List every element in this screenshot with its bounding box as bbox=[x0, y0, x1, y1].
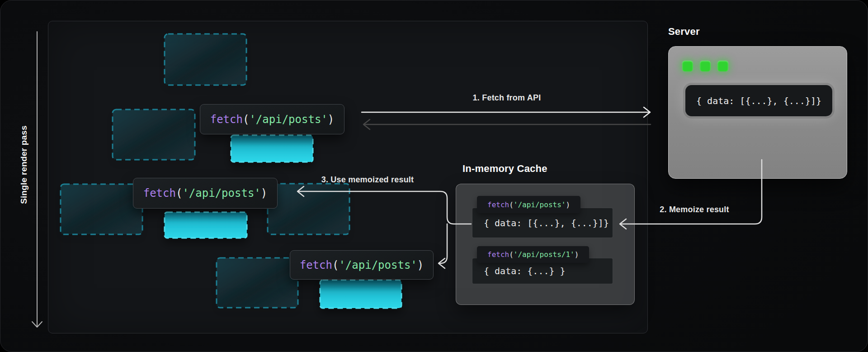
code-function: fetch bbox=[300, 259, 332, 271]
code-paren: ) bbox=[575, 250, 579, 259]
code-paren: ) bbox=[328, 113, 334, 126]
code-function: fetch bbox=[487, 200, 509, 209]
code-paren: ( bbox=[509, 200, 514, 209]
server-card: { data: [{...}, {...}]} bbox=[668, 46, 847, 179]
code-paren: ) bbox=[566, 200, 570, 209]
server-status-leds bbox=[682, 61, 728, 71]
code-paren: ( bbox=[176, 187, 182, 200]
server-response-pill: { data: [{...}, {...}]} bbox=[685, 85, 832, 116]
code-paren: ( bbox=[509, 250, 514, 259]
server-led-icon bbox=[717, 61, 728, 71]
code-string: '/api/posts' bbox=[514, 200, 566, 209]
request-memoization-diagram: Single render pass fetch('/api/posts') f… bbox=[0, 0, 868, 352]
cache-title: In-memory Cache bbox=[462, 163, 547, 175]
fetch-call-pill-3: fetch('/api/posts') bbox=[290, 250, 434, 280]
code-string: '/api/posts' bbox=[339, 259, 417, 271]
code-paren: ) bbox=[261, 187, 267, 200]
server-led-icon bbox=[682, 61, 693, 71]
code-paren: ( bbox=[243, 113, 249, 126]
server-led-icon bbox=[700, 61, 711, 71]
server-title: Server bbox=[668, 26, 700, 38]
code-paren: ) bbox=[417, 259, 424, 271]
single-render-pass-label: Single render pass bbox=[19, 125, 29, 204]
cache-entry-key-1: fetch('/api/posts') bbox=[477, 196, 580, 213]
step1-label: 1. Fetch from API bbox=[430, 93, 584, 103]
fetch-call-pill-2: fetch('/api/posts') bbox=[133, 178, 278, 209]
fetch-call-pill-1: fetch('/api/posts') bbox=[200, 104, 344, 134]
code-string: '/api/posts' bbox=[182, 187, 260, 200]
code-function: fetch bbox=[210, 113, 243, 126]
step2-label: 2. Memoize result bbox=[642, 205, 746, 214]
code-string: '/api/posts/1' bbox=[514, 250, 575, 259]
render-pass-arrow bbox=[32, 32, 42, 327]
code-string: '/api/posts' bbox=[249, 113, 327, 126]
step3-label: 3. Use memoized result bbox=[291, 175, 444, 185]
code-paren: ( bbox=[332, 259, 339, 271]
cache-entry-key-2: fetch('/api/posts/1') bbox=[477, 246, 589, 263]
code-function: fetch bbox=[487, 250, 509, 259]
code-function: fetch bbox=[143, 187, 176, 200]
